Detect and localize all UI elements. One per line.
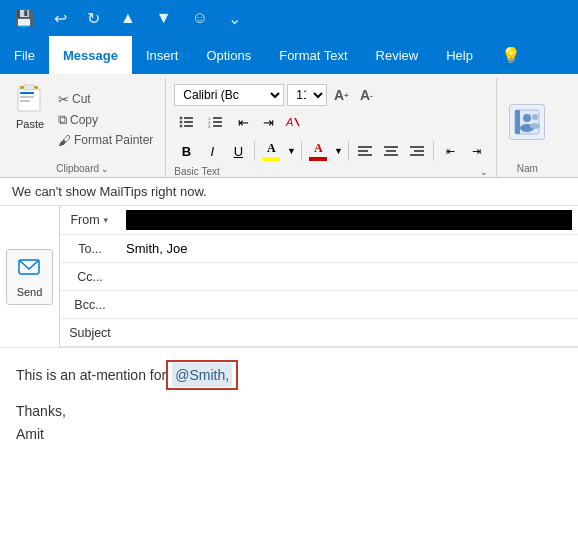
menu-review[interactable]: Review <box>362 36 433 74</box>
cut-icon: ✂ <box>58 92 69 107</box>
menu-help[interactable]: Help <box>432 36 487 74</box>
address-book-button[interactable] <box>503 100 551 144</box>
redo-icon[interactable]: ↻ <box>81 7 106 30</box>
menu-format-text[interactable]: Format Text <box>265 36 361 74</box>
menu-insert[interactable]: Insert <box>132 36 193 74</box>
format-painter-button[interactable]: 🖌 Format Painter <box>54 131 157 150</box>
bcc-button[interactable]: Bcc... <box>60 294 120 316</box>
cut-button[interactable]: ✂ Cut <box>54 90 157 109</box>
increase-indent2-button[interactable]: ⇥ <box>464 140 488 162</box>
font-size-select[interactable]: 11 <box>287 84 327 106</box>
subject-input[interactable] <box>120 321 578 344</box>
highlight-color-button[interactable]: A <box>259 138 283 164</box>
increase-font-button[interactable]: A+ <box>330 84 352 106</box>
svg-rect-28 <box>410 154 424 156</box>
svg-rect-26 <box>410 146 424 148</box>
svg-rect-17 <box>213 125 222 127</box>
cc-button[interactable]: Cc... <box>60 266 120 288</box>
ribbon: Paste ✂ Cut ⧉ Copy 🖌 Format Painter Clip… <box>0 74 578 178</box>
align-right-button[interactable] <box>405 140 429 162</box>
svg-point-33 <box>532 114 538 120</box>
subject-label: Subject <box>60 322 120 344</box>
copy-icon: ⧉ <box>58 112 67 128</box>
svg-rect-7 <box>184 117 193 119</box>
from-button[interactable]: From ▼ <box>60 209 120 231</box>
send-label: Send <box>17 286 43 298</box>
menu-file[interactable]: File <box>0 36 49 74</box>
align-left-button[interactable] <box>353 140 377 162</box>
up-arrow-icon[interactable]: ▲ <box>114 7 142 29</box>
paste-button[interactable]: Paste <box>8 80 52 159</box>
accessibility-icon[interactable]: ☺ <box>186 7 214 29</box>
bullets-button[interactable] <box>174 111 200 133</box>
numbered-list-button[interactable]: 1. 2. 3. <box>203 111 229 133</box>
bcc-input[interactable] <box>120 293 578 316</box>
font-name-select[interactable]: Calibri (Bc <box>174 84 284 106</box>
font-color-dropdown-button[interactable]: ▼ <box>332 140 344 162</box>
decrease-indent2-button[interactable]: ⇤ <box>438 140 462 162</box>
menu-lightbulb[interactable]: 💡 <box>487 36 535 74</box>
fields-column: From ▼ To... Cc... Bcc... <box>60 206 578 347</box>
svg-text:A: A <box>285 116 293 128</box>
bold-button[interactable]: B <box>174 140 198 162</box>
address-book-icon <box>509 104 545 140</box>
svg-rect-13 <box>213 117 222 119</box>
more-icon[interactable]: ⌄ <box>222 7 247 30</box>
ribbon-names-group: Nam <box>497 78 557 177</box>
svg-rect-23 <box>384 146 398 148</box>
svg-point-8 <box>180 121 183 124</box>
send-icon <box>17 256 41 284</box>
svg-point-6 <box>180 117 183 120</box>
menu-bar: File Message Insert Options Format Text … <box>0 36 578 74</box>
menu-message[interactable]: Message <box>49 36 132 74</box>
down-arrow-icon[interactable]: ▼ <box>150 7 178 29</box>
cc-input[interactable] <box>120 265 578 288</box>
ribbon-font-group: Calibri (Bc 11 A+ A- <box>166 78 497 177</box>
mailtips-bar: We can't show MailTips right now. <box>0 178 578 206</box>
underline-button[interactable]: U <box>226 140 250 162</box>
svg-point-10 <box>180 125 183 128</box>
increase-indent-button[interactable]: ⇥ <box>257 111 279 133</box>
highlight-dropdown-button[interactable]: ▼ <box>285 140 297 162</box>
svg-line-19 <box>295 118 299 126</box>
undo-icon[interactable]: ↩ <box>48 7 73 30</box>
body-thanks: Thanks, Amit <box>16 400 562 445</box>
email-body[interactable]: This is an at-mention for @Smith, Thanks… <box>0 347 578 457</box>
email-header: Send From ▼ To... Cc... <box>0 206 578 347</box>
mention-box: @Smith, <box>166 360 238 390</box>
format-painter-icon: 🖌 <box>58 133 71 148</box>
italic-button[interactable]: I <box>200 140 224 162</box>
svg-rect-9 <box>184 121 193 123</box>
svg-rect-30 <box>515 110 520 134</box>
font-color-button[interactable]: A <box>306 138 330 164</box>
to-input[interactable] <box>120 237 578 260</box>
align-center-button[interactable] <box>379 140 403 162</box>
send-button[interactable]: Send <box>6 249 54 305</box>
paste-icon <box>14 84 46 116</box>
svg-rect-2 <box>20 92 34 94</box>
names-group-label: Nam <box>501 161 553 177</box>
copy-button[interactable]: ⧉ Copy <box>54 110 157 130</box>
from-value <box>126 210 572 230</box>
at-mention: @Smith, <box>172 363 232 387</box>
mention-line: This is an at-mention for @Smith, <box>16 360 562 390</box>
to-button[interactable]: To... <box>60 238 120 260</box>
small-clipboard-buttons: ✂ Cut ⧉ Copy 🖌 Format Painter <box>54 80 157 159</box>
decrease-font-button[interactable]: A- <box>355 84 377 106</box>
save-icon[interactable]: 💾 <box>8 7 40 30</box>
basic-text-group-label: Basic Text ⌄ <box>172 166 490 177</box>
svg-rect-3 <box>20 96 34 98</box>
from-dropdown-icon: ▼ <box>102 216 110 225</box>
svg-rect-4 <box>20 100 30 102</box>
svg-rect-21 <box>358 150 368 152</box>
clear-format-button[interactable]: A <box>282 111 304 133</box>
title-bar: 💾 ↩ ↻ ▲ ▼ ☺ ⌄ <box>0 0 578 36</box>
decrease-indent-button[interactable]: ⇤ <box>232 111 254 133</box>
svg-rect-20 <box>358 146 372 148</box>
bcc-field-row: Bcc... <box>60 291 578 319</box>
to-field-row: To... <box>60 235 578 263</box>
basic-text-expand-icon[interactable]: ⌄ <box>480 167 488 177</box>
menu-options[interactable]: Options <box>192 36 265 74</box>
clipboard-expand-icon[interactable]: ⌄ <box>101 164 109 174</box>
cc-field-row: Cc... <box>60 263 578 291</box>
